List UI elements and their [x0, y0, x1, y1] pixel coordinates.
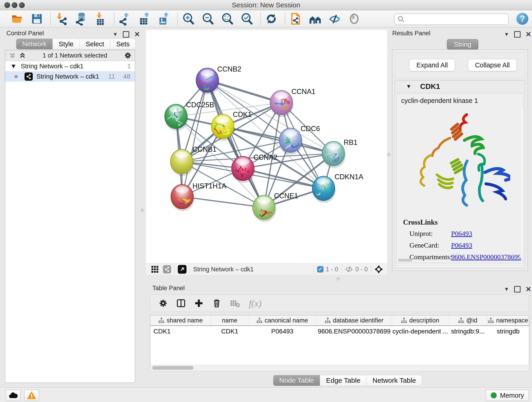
hidden-eye-icon[interactable] [345, 266, 353, 273]
disclosure-triangle-icon[interactable]: ▼ [406, 83, 412, 89]
disclosure-triangle-icon[interactable]: ▼ [10, 63, 17, 70]
node-label-RB1: RB1 [344, 138, 357, 147]
string-results-card: Expand All Collapse All ▼ CDK1 cyclin-de… [392, 50, 528, 271]
column-header-canonical-name[interactable]: canonical name [248, 315, 316, 325]
memory-status-icon [491, 392, 497, 398]
network-canvas[interactable]: CCNB2 CCNA1 CDC25B CDK1 CDC6 RB1 CCNB1 C… [146, 30, 387, 264]
column-header-description[interactable]: description [392, 315, 448, 325]
zoom-out-icon[interactable] [201, 12, 215, 26]
panel-float-icon[interactable]: ▼ [504, 32, 509, 37]
network-tree: ▼ String Network – cdk1 1 String Network… [5, 61, 135, 82]
panel-maximize-icon[interactable] [514, 31, 520, 38]
save-session-icon[interactable] [30, 12, 44, 26]
node-gloss [275, 93, 288, 99]
column-header-shared-name[interactable]: shared name [150, 315, 211, 325]
tab-select[interactable]: Select [80, 38, 110, 50]
crosslink-link[interactable]: 9606.ENSP00000378699 [451, 253, 521, 261]
left-splitter-handle[interactable] [141, 209, 144, 212]
search-input[interactable] [407, 16, 508, 23]
node-gloss [284, 130, 297, 137]
cdk1-entry-card: ▼ CDK1 cyclin-dependent kinase 1 [395, 80, 525, 268]
tab-sets[interactable]: Sets [110, 38, 136, 50]
pan-crosshair-icon[interactable] [374, 265, 383, 274]
tab-node-table[interactable]: Node Table [273, 375, 320, 386]
column-header-name[interactable]: name [211, 315, 248, 325]
search-field[interactable] [394, 13, 509, 25]
node-gloss [175, 152, 188, 158]
show-columns-icon[interactable] [177, 299, 186, 308]
refresh-icon[interactable] [264, 12, 278, 26]
column-header-@id[interactable]: @id [448, 315, 487, 325]
network-collection-row[interactable]: ▼ String Network – cdk1 1 [5, 61, 135, 71]
zoom-in-icon[interactable] [181, 12, 195, 26]
collapse-all-button[interactable]: Collapse All [468, 59, 517, 71]
node-label-CDK1: CDK1 [233, 110, 252, 119]
new-network-from-selection-icon[interactable] [289, 12, 303, 26]
results-panel-title: Results Panel [392, 30, 431, 37]
tab-style[interactable]: Style [53, 38, 80, 50]
panel-maximize-icon[interactable] [514, 286, 520, 293]
expand-all-button[interactable]: Expand All [409, 59, 455, 71]
tab-string[interactable]: String [447, 39, 478, 50]
warnings-button[interactable] [24, 390, 39, 401]
scrollbar-thumb[interactable] [152, 366, 193, 370]
column-header-namespace[interactable]: namespace [487, 315, 529, 325]
panel-close-icon[interactable]: ✕ [526, 285, 531, 293]
birds-eye-view-icon[interactable] [151, 265, 159, 273]
cloud-icon [9, 392, 18, 399]
delete-column-icon[interactable] [212, 299, 221, 308]
network-view-toolbar: String Network – cdk1 ✓ 1 - 0 0 - 0 [146, 264, 387, 275]
table-cell: CDK1 [150, 328, 211, 335]
export-table-icon[interactable] [138, 12, 151, 26]
help-icon[interactable]: ? [516, 13, 528, 25]
network-bullet-icon [14, 75, 18, 78]
collapse-all-icon[interactable] [9, 52, 16, 59]
crosslinks-list: Uniprot:P06493GeneCard:P06493Compartment… [409, 230, 523, 263]
node-table: shared namenamecanonical namedatabase id… [150, 315, 529, 365]
selected-checkbox-icon[interactable]: ✓ [317, 266, 323, 273]
table-horizontal-scrollbar[interactable] [150, 365, 529, 371]
table-options-gear-icon[interactable] [158, 299, 168, 308]
column-header-database-identifier[interactable]: database identifier [316, 315, 392, 325]
results-vertical-scrollbar[interactable] [520, 107, 523, 258]
add-column-icon[interactable] [194, 299, 203, 308]
import-table-icon[interactable] [94, 12, 107, 26]
results-horizontal-scrollbar[interactable] [398, 259, 412, 262]
crosslink-link[interactable]: P06493 [451, 241, 472, 249]
entry-header[interactable]: ▼ CDK1 [395, 81, 525, 92]
zoom-fit-icon[interactable] [220, 12, 234, 26]
crosslink-row: Uniprot:P06493 [409, 230, 523, 237]
tab-network-table[interactable]: Network Table [367, 375, 422, 386]
crosslink-label: GeneCard: [409, 241, 451, 249]
toolbar-separator [260, 13, 261, 25]
table-row[interactable]: CDK1CDK1P064939606.ENSP00000378699cyclin… [150, 326, 529, 337]
string-view-icon[interactable] [163, 265, 171, 274]
open-session-icon[interactable] [11, 12, 24, 26]
export-image-icon[interactable] [157, 12, 171, 26]
open-in-window-icon[interactable] [178, 265, 186, 274]
cloud-button[interactable] [6, 390, 21, 401]
panel-float-icon[interactable]: ▼ [504, 286, 509, 292]
memory-button[interactable]: Memory [486, 390, 529, 401]
delete-table-icon [230, 299, 240, 308]
tab-edge-table[interactable]: Edge Table [320, 375, 367, 386]
export-network-icon[interactable] [118, 12, 132, 26]
import-network-icon[interactable] [55, 12, 68, 26]
network-edge-HIST1H1A-CCNE1[interactable] [182, 197, 264, 207]
hide-selected-icon[interactable] [328, 12, 342, 26]
import-database-icon[interactable] [74, 12, 88, 26]
panel-close-icon[interactable]: ✕ [526, 30, 531, 38]
crosslink-link[interactable]: P06493 [451, 230, 472, 237]
first-neighbors-icon[interactable] [308, 12, 322, 26]
panel-maximize-icon[interactable] [123, 31, 129, 38]
network-row[interactable]: String Network – cdk1 11 48 [5, 71, 135, 82]
zoom-selected-icon[interactable] [240, 12, 254, 26]
gear-icon[interactable] [124, 51, 132, 59]
tab-network[interactable]: Network [16, 38, 53, 50]
crosslink-row: Compartments:9606.ENSP00000378699 [409, 253, 523, 261]
panel-float-icon[interactable]: ▼ [113, 32, 118, 37]
show-all-icon[interactable] [347, 12, 361, 26]
panel-close-icon[interactable]: ✕ [134, 30, 140, 38]
expand-all-icon[interactable] [19, 52, 26, 59]
horizontal-splitter-handle[interactable] [336, 277, 340, 280]
